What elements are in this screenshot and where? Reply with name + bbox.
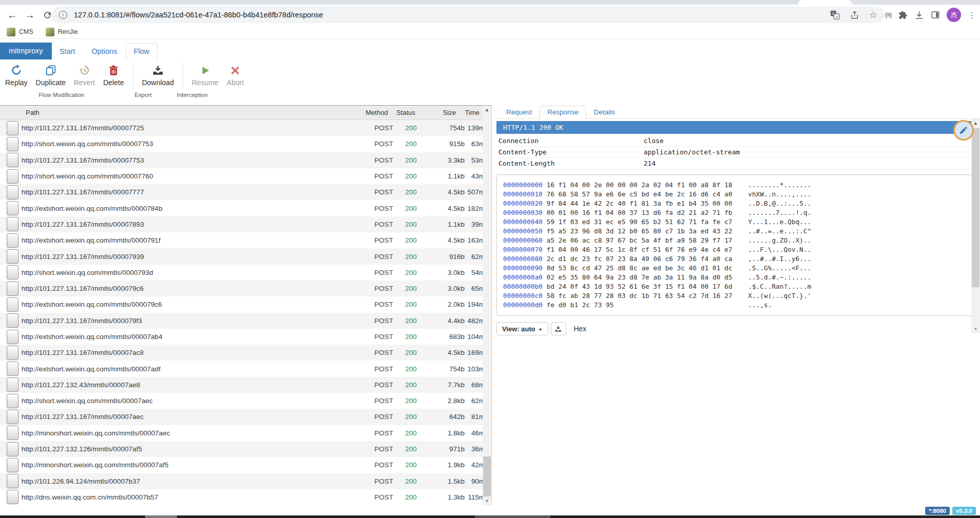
header-row[interactable]: Content-Type application/octet-stream — [496, 147, 977, 158]
duplicate-button[interactable]: Duplicate — [32, 62, 70, 89]
col-method[interactable]: Method — [355, 109, 390, 116]
flow-path: http://101.227.131.167/mmtls/00007aec — [19, 413, 364, 421]
tab-details[interactable]: Details — [586, 106, 623, 119]
flow-row[interactable]: http://101.227.131.167/mmtls/00007753POS… — [0, 152, 491, 168]
download-content-button[interactable] — [551, 322, 566, 335]
flow-method: POST — [364, 156, 399, 164]
flow-row[interactable]: http://minorshort.weixin.qq.com/mmtls/00… — [0, 457, 491, 473]
caret-up-icon: ▲ — [538, 327, 543, 331]
bookmark-cms[interactable]: CMS — [7, 28, 33, 36]
tab-options[interactable]: Options — [84, 43, 126, 60]
translate-icon[interactable]: Aa — [830, 10, 840, 20]
replay-button[interactable]: Replay — [1, 62, 32, 89]
flow-row[interactable]: http://101.227.131.167/mmtls/00007777POS… — [0, 184, 491, 200]
flow-row[interactable]: http://101.227.131.167/mmtls/00007aecPOS… — [0, 409, 491, 425]
extension-badge-icon[interactable]: (≡) — [885, 11, 891, 18]
flow-size: 4.4kb — [422, 317, 465, 325]
flow-path: http://101.227.131.167/mmtls/00007939 — [19, 253, 364, 261]
response-status-line[interactable]: HTTP/1.1 200 OK — [496, 121, 977, 134]
hex-line: 0000000050 f5 a5 23 96 d8 3d 12 b0 65 80… — [503, 227, 970, 236]
side-panel-icon[interactable] — [931, 10, 940, 19]
detail-scrollbar[interactable]: ▲ ▾ — [971, 119, 980, 333]
flow-size: 642b — [422, 413, 465, 421]
flow-path: http://extshort.weixin.qq.com/mmtls/0000… — [19, 365, 364, 373]
flow-row[interactable]: http://101.227.131.167/mmtls/000079c6POS… — [0, 281, 491, 296]
site-info-icon[interactable]: i — [59, 11, 67, 19]
col-size[interactable]: Size — [413, 109, 456, 116]
edit-response-button[interactable] — [953, 120, 974, 141]
flow-method: POST — [364, 317, 399, 325]
flow-row[interactable]: http://101.227.131.167/mmtls/000079f3POS… — [0, 313, 491, 329]
tab-start[interactable]: Start — [51, 43, 84, 60]
flow-path: http://101.227.131.167/mmtls/00007777 — [19, 188, 364, 196]
flow-row[interactable]: http://extshort.weixin.qq.com/mmtls/0000… — [0, 296, 491, 312]
tab-flow[interactable]: Flow — [126, 43, 158, 60]
url-text[interactable]: 127.0.0.1:8081/#/flows/2aa521cd-061e-47a… — [74, 7, 323, 23]
profile-avatar[interactable]: 杰 — [947, 8, 961, 22]
flow-marker-icon — [7, 426, 18, 440]
flow-row[interactable]: http://minorshort.weixin.qq.com/mmtls/00… — [0, 425, 491, 441]
flow-row[interactable]: http://101.227.132.43/mmtls/00007ae8POST… — [0, 377, 491, 393]
flow-method: POST — [364, 172, 399, 180]
share-icon[interactable] — [850, 10, 859, 20]
flow-path: http://short.weixin.qq.com/mmtls/00007ae… — [19, 397, 364, 405]
hscroll-thumb[interactable] — [145, 515, 177, 518]
flow-method: POST — [364, 221, 399, 228]
group-export: Export — [123, 92, 163, 98]
flow-row[interactable]: http://101.226.94.124/mmtls/00007b37POST… — [0, 473, 491, 489]
flow-row[interactable]: http://short.weixin.qq.com/mmtls/00007ae… — [0, 393, 491, 409]
delete-button[interactable]: Delete — [99, 62, 128, 89]
hscroll-thumb[interactable] — [475, 515, 550, 518]
download-button[interactable]: Download — [138, 62, 178, 89]
header-row[interactable]: Content-Length 214 — [496, 158, 977, 169]
back-icon[interactable]: ← — [3, 5, 22, 25]
downloads-icon[interactable] — [914, 10, 924, 20]
tab-response[interactable]: Response — [539, 106, 586, 119]
scroll-down-icon[interactable]: ▼ — [483, 497, 491, 506]
flow-row[interactable]: http://101.227.131.167/mmtls/00007893POS… — [0, 216, 491, 232]
revert-button[interactable]: Revert — [70, 62, 99, 89]
flow-path: http://short.weixin.qq.com/mmtls/0000793… — [19, 269, 364, 276]
forward-icon[interactable]: → — [21, 5, 39, 25]
flow-table: Path Method Status Size Time http://101.… — [0, 105, 492, 506]
flow-row[interactable]: http://short.weixin.qq.com/mmtls/0000793… — [0, 265, 491, 281]
abort-button[interactable]: Abort — [223, 62, 248, 89]
browser-window: ← → i 127.0.0.1:8081/#/flows/2aa521cd-06… — [0, 0, 980, 518]
flow-row[interactable]: http://extshort.weixin.qq.com/mmtls/0000… — [0, 200, 491, 216]
resume-button[interactable]: Resume — [188, 62, 223, 89]
scroll-down-icon[interactable]: ▾ — [971, 325, 980, 333]
flow-row[interactable]: http://extshort.weixin.qq.com/mmtls/0000… — [0, 232, 491, 248]
flow-row[interactable]: http://short.weixin.qq.com/mmtls/0000775… — [0, 136, 491, 152]
col-status[interactable]: Status — [390, 109, 413, 116]
chrome-menu-icon[interactable]: ⋮ — [968, 10, 976, 20]
extensions-puzzle-icon[interactable] — [898, 10, 908, 20]
hex-line: 0000000070 f1 04 00 46 17 5c 1c 8f cf 51… — [503, 245, 970, 254]
view-mode-button[interactable]: View: auto ▲ — [496, 322, 548, 335]
header-row[interactable]: Connection close — [496, 135, 977, 147]
flow-row[interactable]: http://101.227.132.126/mmtls/00007af5POS… — [0, 441, 491, 457]
scrollbar-thumb[interactable] — [483, 456, 491, 496]
flow-list-scrollbar[interactable]: ▲ ▼ — [483, 106, 491, 506]
flow-size: 3.3kb — [422, 156, 465, 164]
flow-row[interactable]: http://101.227.131.167/mmtls/00007939POS… — [0, 248, 491, 264]
flow-row[interactable]: http://dns.weixin.qq.com.cn/mmtls/00007b… — [0, 489, 491, 505]
flow-status: 200 — [399, 253, 422, 261]
flow-row[interactable]: http://101.227.131.167/mmtls/00007725POS… — [0, 120, 491, 136]
flow-row[interactable]: http://extshort.weixin.qq.com/mmtls/0000… — [0, 329, 491, 345]
bookmark-star-icon[interactable]: ☆ — [869, 9, 877, 21]
flow-path: http://extshort.weixin.qq.com/mmtls/0000… — [19, 333, 364, 341]
scroll-up-icon[interactable]: ▲ — [483, 106, 491, 114]
col-path[interactable]: Path — [19, 109, 355, 116]
tab-request[interactable]: Request — [498, 106, 539, 119]
hex-line: 00000000a0 02 e5 35 80 64 9a 23 d8 7e ab… — [503, 273, 970, 282]
url-bar[interactable]: i 127.0.0.1:8081/#/flows/2aa521cd-061e-4… — [51, 7, 885, 23]
flow-row[interactable]: http://extshort.weixin.qq.com/mmtls/0000… — [0, 361, 491, 376]
col-time[interactable]: Time — [456, 109, 483, 116]
abort-icon — [231, 64, 239, 76]
bookmark-renjie[interactable]: RenJie — [46, 28, 78, 36]
flow-marker-icon — [7, 137, 18, 151]
scrollbar-thumb[interactable] — [972, 128, 979, 287]
flow-row[interactable]: http://101.227.131.167/mmtls/00007ac8POS… — [0, 345, 491, 361]
flow-row[interactable]: http://short.weixin.qq.com/mmtls/0000776… — [0, 168, 491, 184]
hex-line: 0000000020 9f 84 44 1e 42 2c 40 f1 81 3a… — [503, 199, 970, 208]
